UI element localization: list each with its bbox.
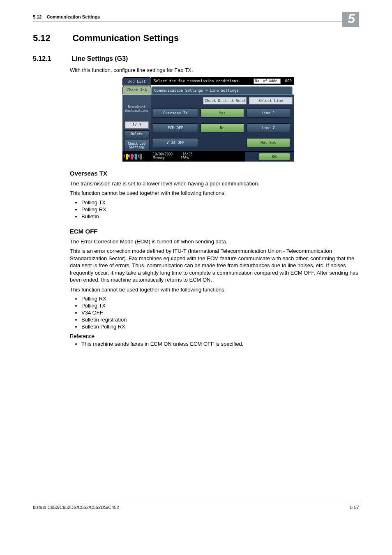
select-line-1-button[interactable]: Line 1: [247, 109, 290, 118]
check-dest-no-button[interactable]: No: [201, 123, 244, 132]
toner-m-label: M: [128, 155, 130, 158]
toner-y-label: Y: [123, 155, 125, 158]
subsection-heading-title: Line Settings (G3): [71, 55, 128, 62]
section-heading: 5.12 Communication Settings: [33, 33, 359, 44]
header-section-title: Communication Settings: [47, 14, 100, 19]
header-section-num: 5.12: [33, 14, 42, 19]
list-item: Polling TX: [81, 303, 359, 309]
status-info: 10/09/2008 16:36 Memory 100%: [151, 152, 245, 162]
screen-title-bar: Select the fax transmission conditions. …: [151, 77, 294, 85]
list-item: Polling RX: [81, 206, 359, 213]
ecm-off-heading: ECM OFF: [70, 228, 359, 235]
device-screenshot: Job List Check Job Broadcast Destination…: [122, 77, 294, 162]
screen-title-text: Select the fax transmission conditions.: [154, 79, 240, 83]
overseas-tx-list: Polling TX Polling RX Bulletin: [70, 199, 359, 220]
tab-check-job[interactable]: Check Job: [122, 86, 151, 94]
subsection-heading: 5.12.1 Line Settings (G3): [33, 55, 359, 62]
ecm-off-button[interactable]: ECM OFF: [153, 123, 198, 132]
ecm-off-p2: This is an error correction mode defined…: [70, 247, 359, 284]
sidebar-panel: Broadcast Destinations 1/ 1 Delete Check…: [122, 95, 151, 151]
list-item: V34 OFF: [81, 310, 359, 316]
status-bar: Y M C K 10/09/2008 16:36 Memory 100% OK: [122, 151, 294, 162]
tab-job-list[interactable]: Job List: [122, 77, 151, 86]
status-time: 16:36: [182, 153, 192, 156]
check-dest-yes-button[interactable]: Yes: [201, 109, 244, 118]
broadcast-destinations-label: Broadcast Destinations: [123, 105, 150, 113]
section-heading-num: 5.12: [33, 33, 70, 44]
list-item: Bulletin Polling RX: [81, 324, 359, 330]
check-job-settings-button[interactable]: Check Job Settings: [124, 140, 150, 151]
footer-model: bizhub C652/C652DS/C552/C552DS/C452: [33, 505, 119, 510]
toner-k-label: K: [138, 155, 140, 158]
toner-y-icon: [126, 154, 128, 160]
list-item: Bulletin registration: [81, 317, 359, 323]
status-memory-label: Memory: [153, 156, 165, 160]
overseas-tx-p1: The transmission rate is set to a lower …: [70, 180, 359, 187]
page-footer: bizhub C652/C652DS/C552/C552DS/C452 5-57: [33, 503, 359, 510]
toner-levels: Y M C K: [122, 152, 151, 162]
column-header-select-line: Select Line: [249, 97, 293, 104]
breadcrumb: Communication Settings > Line Settings: [151, 86, 293, 95]
reference-list: This machine sends faxes in ECM ON unles…: [70, 341, 359, 347]
section-heading-title: Communication Settings: [72, 33, 179, 43]
list-item: Polling RX: [81, 296, 359, 302]
main-panel: Check Dest. & Send Select Line Overseas …: [151, 95, 294, 151]
addr-count-value: 000: [285, 79, 292, 83]
pager-indicator: 1/ 1: [125, 121, 149, 129]
intro-paragraph: With this function, configure line setti…: [70, 67, 359, 74]
v34-off-button[interactable]: V.34 OFF: [153, 138, 198, 147]
list-item: Polling TX: [81, 199, 359, 206]
running-header: 5.12 Communication Settings 5: [33, 14, 359, 21]
toner-m-icon: [131, 154, 133, 160]
toner-c-label: C: [133, 155, 135, 158]
toner-c-icon: [135, 154, 137, 160]
column-header-check-dest: Check Dest. & Send: [203, 97, 247, 104]
addr-count-label: No. of Addr.: [254, 79, 281, 84]
footer-page-number: 5-57: [350, 505, 359, 510]
overseas-tx-heading: Overseas TX: [70, 170, 359, 177]
subsection-heading-num: 5.12.1: [33, 55, 70, 62]
overseas-tx-p2: This function cannot be used together wi…: [70, 190, 359, 197]
status-memory-value: 100%: [180, 156, 188, 160]
ecm-off-p1: The Error Correction Mode (ECM) is turne…: [70, 238, 359, 245]
ok-button[interactable]: OK: [259, 153, 290, 160]
chapter-number-badge: 5: [342, 12, 359, 27]
select-line-not-set-button[interactable]: Not Set: [247, 138, 290, 147]
list-item: This machine sends faxes in ECM ON unles…: [81, 341, 359, 347]
status-date: 10/09/2008: [153, 153, 173, 156]
overseas-tx-button[interactable]: Overseas TX: [153, 109, 198, 118]
select-line-2-button[interactable]: Line 2: [247, 123, 290, 132]
delete-button[interactable]: Delete: [124, 130, 150, 138]
toner-k-icon: [140, 154, 142, 160]
ecm-off-list: Polling RX Polling TX V34 OFF Bulletin r…: [70, 296, 359, 330]
list-item: Bulletin: [81, 213, 359, 220]
ecm-off-p3: This function cannot be used together wi…: [70, 286, 359, 294]
reference-label: Reference: [70, 333, 359, 339]
